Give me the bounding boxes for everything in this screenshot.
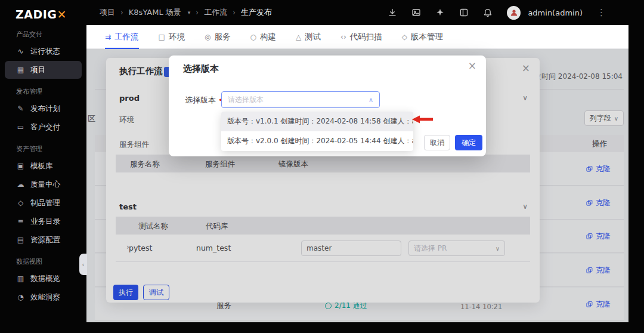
version-option-1[interactable]: 版本号：v1.0.1 创建时间：2024-02-08 14:58 创建人：adm… xyxy=(221,112,413,131)
sidebar-item-label: 质量中心 xyxy=(30,180,60,190)
sidebar-item-label: 模板库 xyxy=(30,161,53,171)
confirm-button[interactable]: 确定 xyxy=(455,135,482,150)
download-icon[interactable] xyxy=(388,8,397,17)
logo-text: ZADIG xyxy=(16,8,57,21)
version-dropdown-panel: 版本号：v1.0.1 创建时间：2024-02-08 14:58 创建人：adm… xyxy=(221,112,413,151)
breadcrumb-projects[interactable]: 项目 xyxy=(100,7,115,18)
sidebar-item-template-library[interactable]: ▣ 模板库 xyxy=(5,157,82,175)
version-select[interactable]: 请选择版本 ∧ xyxy=(221,91,380,108)
code-scan-icon: ‹› xyxy=(340,33,346,41)
breadcrumb-sep: › xyxy=(120,8,123,17)
tab-test[interactable]: △ 测试 xyxy=(296,25,321,49)
template-icon: ▣ xyxy=(16,162,25,170)
services-icon: ◎ xyxy=(205,33,210,41)
tab-label: 服务 xyxy=(214,32,230,42)
tab-label: 工作流 xyxy=(114,32,139,42)
sidebar-item-data-overview[interactable]: ▥ 数据概览 xyxy=(5,270,82,288)
modal-title: 选择版本 xyxy=(183,63,219,75)
logo-x-icon: ✕ xyxy=(57,8,66,21)
breadcrumb-project-name[interactable]: K8sYAML 场景 xyxy=(129,7,181,18)
sidebar-section-asset-mgmt: 资产管理 xyxy=(0,137,86,156)
version-icon: ◇ xyxy=(402,33,407,41)
select-version-modal: 选择版本 × 选择版本• 请选择版本 ∧ 版本号：v1.0.1 创建时间：202… xyxy=(169,56,486,156)
sidebar-item-insight[interactable]: ◔ 效能洞察 xyxy=(5,288,82,306)
monitor-icon: ▭ xyxy=(16,123,25,131)
field-label-text: 选择版本 xyxy=(185,95,216,104)
sidebar-item-label: 业务目录 xyxy=(30,217,60,227)
tab-label: 测试 xyxy=(305,32,321,42)
edit-doc-icon: ✎ xyxy=(16,104,25,113)
sidebar-collapse-handle[interactable]: ‹ xyxy=(79,254,87,275)
sidebar-item-release-plan[interactable]: ✎ 发布计划 xyxy=(5,100,82,118)
sidebar-item-projects[interactable]: ▦ 项目 xyxy=(5,61,82,79)
bell-icon[interactable] xyxy=(483,8,493,17)
tab-workflow[interactable]: ⇉ 工作流 xyxy=(105,25,139,49)
workflow-icon: ⇉ xyxy=(105,33,111,41)
tab-services[interactable]: ◎ 服务 xyxy=(205,25,230,49)
breadcrumb-current: 生产发布 xyxy=(241,7,272,18)
chevron-left-icon: ‹ xyxy=(82,261,85,268)
zadigx-logo[interactable]: ZADIG✕ xyxy=(0,0,86,22)
pie-icon: ◔ xyxy=(16,293,25,301)
server-icon: ▤ xyxy=(16,236,25,244)
sidebar: ZADIG✕ 产品交付 ∿ 运行状态 ▦ 项目 发布管理 ✎ 发布计划 ▭ 客户… xyxy=(0,0,86,333)
sidebar-item-business-catalog[interactable]: ≡ 业务目录 xyxy=(5,212,82,230)
sidebar-section-data-view: 数据视图 xyxy=(0,249,86,269)
build-icon: ○ xyxy=(250,33,256,41)
sidebar-item-label: 发布计划 xyxy=(30,104,60,114)
sidebar-item-label: 资源配置 xyxy=(30,235,60,245)
pulse-icon: ∿ xyxy=(16,47,25,56)
chevron-up-icon: ∧ xyxy=(369,96,373,104)
sidebar-item-quality-center[interactable]: ☁ 质量中心 xyxy=(5,175,82,193)
sidebar-section-release-mgmt: 发布管理 xyxy=(0,79,86,99)
sidebar-item-label: 数据概览 xyxy=(30,274,60,284)
sidebar-item-label: 制品管理 xyxy=(30,198,60,208)
username-label[interactable]: admin(admin) xyxy=(528,8,583,17)
topbar-icons: admin(admin) ⋮ xyxy=(388,6,606,20)
breadcrumb-sep: › xyxy=(196,8,199,17)
test-icon: △ xyxy=(296,33,301,41)
sidebar-item-label: 客户交付 xyxy=(30,122,60,132)
user-avatar[interactable] xyxy=(507,6,521,20)
sidebar-item-label: 效能洞察 xyxy=(30,292,60,303)
tab-label: 版本管理 xyxy=(411,32,443,42)
environment-icon: □ xyxy=(159,33,165,41)
breadcrumb: 项目 › K8sYAML 场景 ▾ › 工作流 › 生产发布 xyxy=(100,7,272,18)
tab-environment[interactable]: □ 环境 xyxy=(159,25,185,49)
package-icon: ◇ xyxy=(16,199,25,207)
sidebar-item-run-status[interactable]: ∿ 运行状态 xyxy=(5,42,82,60)
annotation-arrow-icon xyxy=(412,115,434,124)
sidebar-item-label: 项目 xyxy=(30,65,45,75)
more-menu-icon[interactable]: ⋮ xyxy=(597,7,606,18)
tab-build[interactable]: ○ 构建 xyxy=(250,25,275,49)
sidebar-section-product-delivery: 产品交付 xyxy=(0,22,86,42)
tab-code-scan[interactable]: ‹› 代码扫描 xyxy=(340,25,382,49)
sidebar-item-label: 运行状态 xyxy=(30,47,60,57)
docs-icon[interactable] xyxy=(459,8,469,17)
topbar: 项目 › K8sYAML 场景 ▾ › 工作流 › 生产发布 xyxy=(86,0,644,25)
layers-icon: ≡ xyxy=(16,217,25,226)
sidebar-item-customer-delivery[interactable]: ▭ 客户交付 xyxy=(5,118,82,136)
page-content: 改时间 2024-02-08 15:04 区 列字段 ∨ 操作 克隆 克隆 克隆… xyxy=(86,49,628,322)
sidebar-item-resource-config[interactable]: ▤ 资源配置 xyxy=(5,231,82,249)
grid-icon: ▦ xyxy=(16,66,25,74)
chart-icon: ▥ xyxy=(16,275,25,283)
tab-label: 环境 xyxy=(169,32,185,42)
caret-down-icon[interactable]: ▾ xyxy=(188,10,191,16)
sparkle-icon[interactable] xyxy=(435,8,445,17)
version-option-2[interactable]: 版本号：v2.0.0 创建时间：2024-02-05 14:44 创建人：adm… xyxy=(221,131,413,151)
version-select-placeholder: 请选择版本 xyxy=(228,95,264,105)
sidebar-item-artifact-mgmt[interactable]: ◇ 制品管理 xyxy=(5,194,82,212)
breadcrumb-sep: › xyxy=(233,8,236,17)
tab-label: 构建 xyxy=(260,32,276,42)
project-tabs: ⇉ 工作流 □ 环境 ◎ 服务 ○ 构建 △ 测试 ‹› 代码扫描 xyxy=(86,25,628,49)
tab-version-mgmt[interactable]: ◇ 版本管理 xyxy=(402,25,443,49)
main-area: ⇉ 工作流 □ 环境 ◎ 服务 ○ 构建 △ 测试 ‹› 代码扫描 xyxy=(86,25,628,322)
app-window: ZADIG✕ 产品交付 ∿ 运行状态 ▦ 项目 发布管理 ✎ 发布计划 ▭ 客户… xyxy=(0,0,644,333)
image-icon[interactable] xyxy=(411,8,421,17)
version-field-label: 选择版本• xyxy=(185,95,223,106)
cancel-button[interactable]: 取消 xyxy=(424,135,450,150)
tab-label: 代码扫描 xyxy=(350,32,382,42)
breadcrumb-workflows[interactable]: 工作流 xyxy=(204,7,227,18)
close-icon[interactable]: × xyxy=(468,60,476,72)
